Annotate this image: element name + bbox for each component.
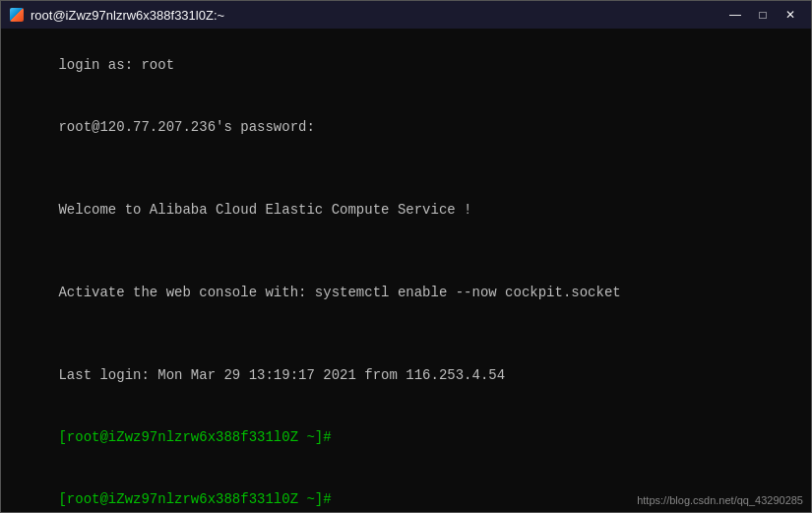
maximize-button[interactable]: □ [750,5,776,25]
title-bar: root@iZwz97nlzrw6x388f331l0Z:~ — □ ✕ [1,1,811,29]
terminal-line-activate: Activate the web console with: systemctl… [9,262,803,324]
close-button[interactable]: ✕ [778,5,803,25]
terminal-line-blank2 [9,241,803,262]
prompt1-text: [root@iZwz97nlzrw6x388f331l0Z ~]# [58,429,331,445]
terminal-body[interactable]: login as: root root@120.77.207.236's pas… [1,29,811,512]
line-password: root@120.77.207.236's password: [58,119,314,135]
terminal-line: login as: root [9,34,803,96]
minimize-button[interactable]: — [722,5,748,25]
terminal-line-blank3 [9,324,803,345]
terminal-window: root@iZwz97nlzrw6x388f331l0Z:~ — □ ✕ log… [0,0,812,513]
lastlogin-text: Last login: Mon Mar 29 13:19:17 2021 fro… [58,367,505,383]
terminal-line-prompt1: [root@iZwz97nlzrw6x388f331l0Z ~]# [9,407,803,469]
activate-text: Activate the web console with: systemctl… [58,285,620,300]
terminal-line: root@120.77.207.236's password: [9,96,803,159]
terminal-line-blank [9,159,803,179]
terminal-line-welcome: Welcome to Alibaba Cloud Elastic Compute… [9,179,803,241]
welcome-text: Welcome to Alibaba Cloud Elastic Compute… [58,202,471,218]
title-bar-left: root@iZwz97nlzrw6x388f331l0Z:~ [9,7,224,23]
window-controls: — □ ✕ [722,5,803,25]
line-login: login as: root [58,57,174,73]
terminal-line-lastlogin: Last login: Mon Mar 29 13:19:17 2021 fro… [9,345,803,407]
terminal-icon [9,7,25,23]
window-title: root@iZwz97nlzrw6x388f331l0Z:~ [31,8,224,23]
watermark: https://blog.csdn.net/qq_43290285 [637,494,803,506]
prompt2-text: [root@iZwz97nlzrw6x388f331l0Z ~]# [58,491,331,507]
